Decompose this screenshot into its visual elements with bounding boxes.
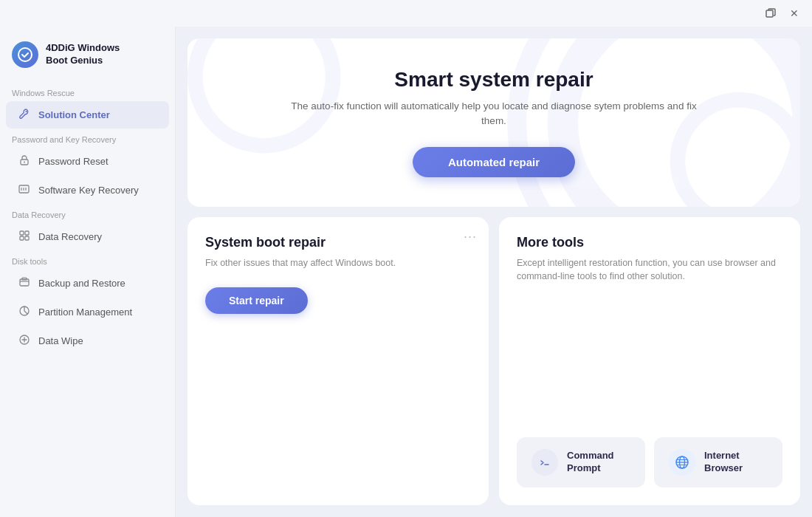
- hero-title: Smart system repair: [394, 68, 593, 92]
- close-button[interactable]: ✕: [785, 4, 803, 22]
- wrench-icon: [18, 108, 31, 122]
- section-label-windows-rescue: Windows Rescue: [0, 83, 175, 100]
- sidebar-item-password-reset[interactable]: Password Reset: [6, 148, 169, 175]
- sidebar-item-data-recovery[interactable]: Data Recovery: [6, 223, 169, 250]
- sidebar-item-label-data-recovery: Data Recovery: [38, 231, 102, 242]
- section-label-data-recovery: Data Recovery: [0, 205, 175, 222]
- more-tools-desc: Except intelligent restoration function,…: [517, 256, 782, 284]
- command-prompt-icon: [531, 449, 558, 476]
- tools-grid: Command Prompt: [517, 425, 782, 487]
- lock-icon: [18, 154, 31, 168]
- svg-rect-12: [25, 236, 29, 240]
- svg-point-2: [26, 111, 27, 112]
- boot-repair-card: ··· System boot repair Fix other issues …: [187, 217, 489, 506]
- more-tools-title: More tools: [517, 235, 782, 250]
- hero-card: Smart system repair The auto-fix functio…: [187, 38, 800, 207]
- app-logo: 4DDiG Windows Boot Genius: [0, 35, 175, 83]
- automated-repair-button[interactable]: Automated repair: [413, 147, 575, 177]
- sidebar-item-label-backup-restore: Backup and Restore: [38, 278, 125, 289]
- start-repair-button[interactable]: Start repair: [205, 287, 308, 314]
- key-icon: [18, 183, 31, 197]
- sidebar-item-label-partition-mgmt: Partition Management: [38, 307, 132, 318]
- sidebar-item-backup-restore[interactable]: Backup and Restore: [6, 270, 169, 297]
- wipe-icon: [18, 334, 31, 348]
- sidebar-item-label-password-reset: Password Reset: [38, 156, 109, 167]
- title-bar: ✕: [0, 0, 812, 27]
- svg-rect-10: [25, 231, 29, 235]
- card-menu-dots[interactable]: ···: [464, 229, 477, 244]
- sidebar-item-label-solution-center: Solution Center: [38, 109, 110, 120]
- internet-browser-label: Internet Browser: [704, 450, 743, 475]
- tool-item-internet-browser[interactable]: Internet Browser: [654, 437, 782, 487]
- sidebar: 4DDiG Windows Boot Genius Windows Rescue…: [0, 27, 176, 517]
- tool-item-command-prompt[interactable]: Command Prompt: [517, 437, 645, 487]
- svg-rect-21: [538, 457, 551, 468]
- app-layout: 4DDiG Windows Boot Genius Windows Rescue…: [0, 27, 812, 517]
- app-logo-icon: [12, 41, 38, 68]
- sidebar-item-software-key-recovery[interactable]: Software Key Recovery: [6, 177, 169, 204]
- backup-icon: [18, 276, 31, 290]
- more-tools-card: More tools Except intelligent restoratio…: [499, 217, 800, 506]
- bottom-row: ··· System boot repair Fix other issues …: [187, 217, 800, 506]
- command-prompt-label: Command Prompt: [567, 450, 614, 475]
- hero-subtitle: The auto-fix function will automatically…: [287, 99, 701, 129]
- svg-rect-9: [20, 231, 24, 235]
- boot-repair-title: System boot repair: [205, 235, 471, 250]
- svg-point-4: [24, 162, 25, 163]
- partition-icon: [18, 305, 31, 319]
- sidebar-item-label-data-wipe: Data Wipe: [38, 335, 83, 346]
- section-label-password: Password and Key Recovery: [0, 129, 175, 147]
- svg-point-1: [18, 48, 32, 61]
- svg-point-20: [195, 38, 333, 145]
- sidebar-item-partition-management[interactable]: Partition Management: [6, 298, 169, 326]
- app-title: 4DDiG Windows Boot Genius: [46, 42, 120, 67]
- restore-button[interactable]: [762, 4, 780, 22]
- svg-rect-0: [766, 10, 773, 17]
- sidebar-item-label-software-key: Software Key Recovery: [38, 185, 139, 196]
- boot-repair-desc: Fix other issues that may affect Windows…: [205, 256, 471, 270]
- sidebar-item-solution-center[interactable]: Solution Center: [6, 101, 169, 129]
- svg-rect-11: [20, 236, 24, 240]
- grid-icon: [18, 230, 31, 244]
- main-content: Smart system repair The auto-fix functio…: [176, 27, 812, 517]
- sidebar-item-data-wipe[interactable]: Data Wipe: [6, 327, 169, 355]
- internet-browser-icon: [669, 449, 695, 476]
- section-label-disk-tools: Disk tools: [0, 251, 175, 269]
